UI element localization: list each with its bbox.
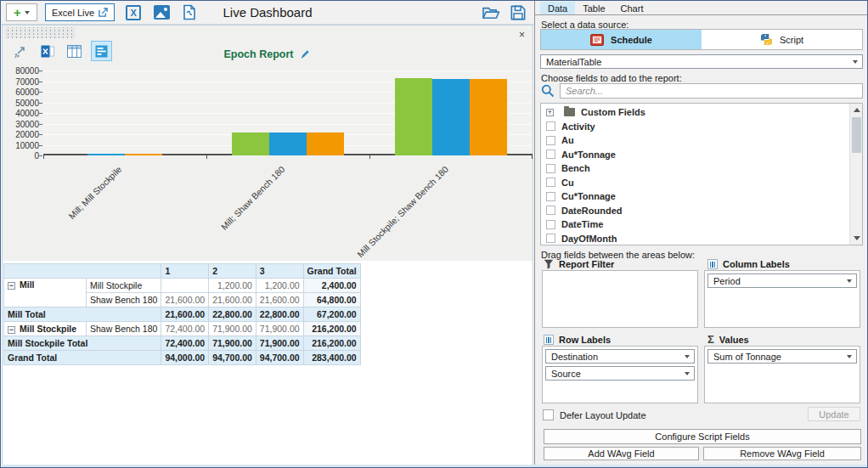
cell-grand-total: 64,800.00 [303, 293, 360, 307]
update-button[interactable]: Update [808, 407, 860, 421]
field-list-box: + Custom Fields ActivityAuAu*TonnageBenc… [540, 103, 863, 245]
row-labels-icon [544, 335, 554, 345]
field-checkbox[interactable] [546, 136, 555, 145]
bar-group [206, 70, 369, 155]
row-group-mill-stockpile[interactable]: −Mill Stockpile [4, 322, 87, 336]
expand-icon[interactable]: + [546, 109, 554, 116]
schedule-source-button[interactable]: Schedule [541, 30, 702, 49]
bar-group [43, 70, 206, 155]
field-chip-destination[interactable]: Destination [545, 349, 695, 364]
field-checkbox[interactable] [546, 220, 555, 229]
report-view-button[interactable] [91, 41, 112, 61]
add-report-button[interactable]: + [6, 3, 37, 21]
edit-pencil-icon[interactable] [300, 48, 311, 63]
cell: 94,700.00 [209, 351, 256, 365]
export-image-button[interactable] [152, 3, 171, 22]
report-filter-area[interactable] [542, 270, 698, 328]
search-input[interactable] [560, 83, 863, 99]
y-tick-label: 10000 [15, 142, 39, 150]
y-tick-label: 40000 [15, 110, 39, 118]
configure-script-fields-button[interactable]: Configure Script Fields [544, 429, 861, 444]
popout-button[interactable] [9, 41, 31, 61]
pivot-table[interactable]: 1 2 3 Grand Total −Mill Mill Stockpile 1… [3, 263, 361, 365]
field-list-scrollbar[interactable] [849, 104, 862, 245]
open-folder-icon[interactable] [482, 5, 500, 20]
bar-series-2 [87, 154, 125, 155]
scrollbar-thumb[interactable] [852, 117, 861, 153]
col-header-3[interactable]: 3 [256, 264, 303, 279]
field-row[interactable]: Cu [546, 176, 849, 190]
col-header-2[interactable]: 2 [209, 264, 256, 279]
field-row[interactable]: Activity [546, 120, 849, 134]
table-select[interactable]: MaterialTable [540, 54, 863, 69]
remove-wavg-field-button[interactable]: Remove WAvg Field [703, 447, 861, 460]
field-label: Cu*Tonnage [561, 191, 616, 201]
row-group-mill[interactable]: −Mill [4, 279, 87, 307]
field-label: Bench [561, 163, 590, 173]
excel-live-button[interactable]: Excel Live [45, 3, 115, 21]
collapse-icon[interactable]: − [8, 326, 15, 334]
defer-layout-label: Defer Layout Update [560, 410, 646, 420]
row-labels-area[interactable]: Destination Source [542, 346, 698, 403]
add-wavg-field-button[interactable]: Add WAvg Field [544, 447, 699, 460]
row-label[interactable]: Shaw Bench 180 [87, 293, 161, 307]
save-icon[interactable] [510, 5, 526, 20]
field-checkbox[interactable] [546, 192, 555, 201]
y-tick [39, 155, 42, 156]
field-row[interactable]: Au*Tonnage [546, 148, 849, 162]
table-view-button[interactable] [64, 41, 85, 61]
field-checkbox[interactable] [546, 234, 555, 243]
image-icon [154, 5, 170, 20]
values-area[interactable]: Sum of Tonnage [704, 346, 860, 403]
report-filter-label: Report Filter [559, 259, 614, 269]
table-row: −Mill Stockpile Shaw Bench 180 72,400.00… [4, 322, 361, 336]
field-checkbox[interactable] [546, 121, 555, 131]
field-label: DateTime [561, 219, 603, 229]
excel-view-button[interactable] [37, 41, 58, 61]
y-tick-label: 80000 [15, 67, 39, 76]
field-row[interactable]: Au [546, 133, 849, 148]
y-tick [39, 134, 42, 135]
drag-handle[interactable] [4, 27, 76, 38]
field-chip-period[interactable]: Period [707, 273, 857, 288]
export-excel-button[interactable]: X [124, 3, 143, 22]
field-checkbox[interactable] [546, 149, 555, 159]
field-row[interactable]: Cu*Tonnage [546, 189, 849, 204]
cell: 22,800.00 [256, 307, 303, 322]
row-label[interactable]: Shaw Bench 180 [87, 322, 161, 336]
tab-chart[interactable]: Chart [613, 2, 651, 14]
custom-fields-folder[interactable]: + Custom Fields [546, 105, 849, 120]
field-checkbox[interactable] [546, 206, 555, 215]
pivot-header-row: 1 2 3 Grand Total [4, 264, 361, 279]
y-tick-label: 50000 [15, 99, 39, 108]
scroll-up-icon[interactable] [850, 104, 863, 116]
bar-series-3 [470, 79, 507, 155]
row-label[interactable]: Mill Stockpile [87, 279, 161, 293]
column-labels-area[interactable]: Period [704, 270, 860, 328]
row-labels-header: Row Labels [544, 335, 611, 345]
defer-layout-checkbox[interactable] [543, 409, 554, 420]
tab-data[interactable]: Data [540, 2, 575, 14]
bar-series-3 [125, 154, 162, 155]
field-row[interactable]: Bench [546, 161, 849, 176]
cell: 71,900.00 [209, 322, 256, 336]
field-checkbox[interactable] [546, 178, 555, 187]
field-row[interactable]: DayOfMonth [546, 232, 849, 246]
field-label: DayOfMonth [561, 234, 617, 244]
chevron-down-icon [685, 355, 690, 358]
tab-table[interactable]: Table [575, 2, 612, 14]
collapse-icon[interactable]: − [8, 282, 15, 290]
scroll-down-icon[interactable] [850, 232, 863, 245]
field-row[interactable]: DateRounded [546, 204, 849, 218]
column-labels-label: Column Labels [723, 259, 790, 269]
chevron-down-icon [847, 279, 852, 283]
col-header-1[interactable]: 1 [161, 264, 209, 279]
field-checkbox[interactable] [546, 164, 555, 173]
field-chip-sum-of-tonnage[interactable]: Sum of Tonnage [707, 349, 857, 364]
export-pdf-button[interactable] [180, 3, 199, 22]
field-row[interactable]: DateTime [546, 217, 849, 232]
x-tick [43, 155, 44, 159]
close-icon[interactable]: × [519, 30, 525, 40]
script-source-button[interactable]: Script [702, 30, 862, 49]
field-chip-source[interactable]: Source [545, 366, 695, 381]
